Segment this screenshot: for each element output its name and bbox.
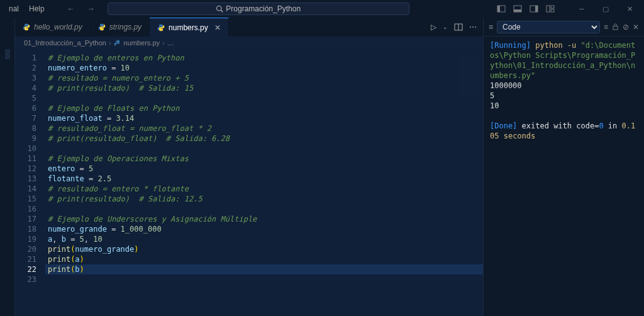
menu-bar: nal Help [0,2,53,16]
output-body[interactable]: [Running] python -u "d:\Documentos\Pytho… [484,37,644,316]
chevron-right-icon: › [109,39,111,47]
svg-rect-5 [514,9,521,12]
lock-icon[interactable] [612,23,619,30]
minimap[interactable] [458,53,480,97]
code-area[interactable]: # Ejemplo de enteros en Pythonnumero_ent… [45,49,483,316]
svg-rect-9 [551,6,554,8]
window-maximize-icon[interactable]: ▢ [596,5,615,13]
tab-bar: hello_world.pystrings.pynumbers.py✕ ▷ ⌄ … [15,18,483,37]
code-line[interactable]: print(a) [45,254,483,264]
layout-icons [497,4,560,13]
output-running-label: [Running] [490,41,531,50]
code-line[interactable]: # Ejemplo de Operaciones Mixtas [45,154,483,164]
menu-terminal[interactable]: nal [5,2,23,16]
code-line[interactable]: numero_entero = 10 [45,63,483,73]
svg-rect-8 [547,6,550,12]
svg-rect-13 [613,26,618,30]
code-line[interactable] [45,204,483,214]
titlebar-right: ─ ▢ ✕ [492,4,644,13]
code-line[interactable]: # resultado_float = numero_float * 2 [45,123,483,133]
panel-menu-icon[interactable]: ≡ [489,23,493,31]
svg-point-0 [217,6,222,11]
run-icon[interactable]: ▷ [431,23,436,31]
code-line[interactable]: numero_grande = 1_000_000 [45,224,483,234]
activity-item[interactable] [5,49,10,59]
search-text: Programación_Python [226,4,301,13]
editor-body[interactable]: 1234567891011121314151617181920212223 # … [15,49,483,316]
tab-strings-py[interactable]: strings.py [91,18,150,37]
code-line[interactable]: # resultado = entero * flotante [45,184,483,194]
code-line[interactable]: # Ejemplo de Floats en Python [45,103,483,113]
search-icon [216,5,223,13]
nav-forward-icon[interactable]: → [84,3,99,14]
clear-icon[interactable]: ⊘ [623,23,629,31]
breadcrumb-file[interactable]: numbers.py [124,39,160,47]
layout-sidebar-right-icon[interactable] [530,4,543,13]
output-done-label: [Done] [490,121,517,130]
title-bar: nal Help ← → Programación_Python ─ ▢ [0,0,644,18]
nav-arrows: ← → [64,3,99,14]
breadcrumb[interactable]: 01_Introducción_a_Python › numbers.py › … [15,37,483,49]
output-channel-select[interactable]: Code [497,21,600,33]
code-line[interactable]: # Ejemplo de Underscores y Asignación Mú… [45,214,483,224]
svg-rect-3 [497,6,500,12]
main-area: hello_world.pystrings.pynumbers.py✕ ▷ ⌄ … [0,18,644,316]
window-minimize-icon[interactable]: ─ [572,5,591,13]
activity-bar[interactable] [0,18,15,316]
line-gutter: 1234567891011121314151617181920212223 [15,49,45,316]
tab-hello_world-py[interactable]: hello_world.py [15,18,91,37]
output-done-text: exited with [517,121,576,130]
code-line[interactable]: # print(resultado_float) # Salida: 6.28 [45,133,483,144]
output-stdout-line: 5 [490,91,494,100]
code-line[interactable]: print(numero_grande) [45,244,483,254]
filter-icon[interactable]: ≡ [604,23,608,31]
output-done-text: in [604,121,622,130]
svg-line-1 [221,10,223,12]
output-done-text: seconds [499,132,535,140]
nav-back-icon[interactable]: ← [64,3,79,14]
output-done-code: 0 [599,121,603,130]
svg-rect-10 [551,9,554,12]
tab-close-icon[interactable]: ✕ [214,23,221,32]
tab-numbers-py[interactable]: numbers.py✕ [150,18,229,37]
tab-label: strings.py [109,23,142,31]
layout-customize-icon[interactable] [546,4,560,13]
svg-rect-7 [535,6,538,12]
panel-header: ≡ Code ≡ ⊘ ✕ [484,18,644,37]
split-editor-icon[interactable] [454,23,463,31]
tab-label: numbers.py [169,23,208,32]
editor-group: hello_world.pystrings.pynumbers.py✕ ▷ ⌄ … [15,18,484,316]
run-dropdown-icon[interactable]: ⌄ [443,24,448,30]
layout-panel-icon[interactable] [513,4,527,13]
breadcrumb-folder[interactable]: 01_Introducción_a_Python [24,39,106,47]
output-panel: ≡ Code ≡ ⊘ ✕ [Running] python -u "d:\Doc… [484,18,644,316]
code-line[interactable]: # resultado = numero_entero + 5 [45,73,483,83]
more-actions-icon[interactable]: ⋯ [469,23,477,31]
breadcrumb-more[interactable]: … [167,39,174,47]
code-line[interactable] [45,93,483,103]
window-close-icon[interactable]: ✕ [620,5,639,13]
code-line[interactable]: flotante = 2.5 [45,174,483,184]
chevron-right-icon: › [162,39,165,47]
output-done-code-label: code= [576,121,599,130]
code-line[interactable]: numero_float = 3.14 [45,113,483,123]
command-center[interactable]: Programación_Python [108,3,409,15]
code-line[interactable]: entero = 5 [45,164,483,174]
python-file-icon [114,39,121,47]
code-line[interactable]: a, b = 5, 10 [45,234,483,244]
output-stdout-line: 10 [490,101,499,110]
code-line[interactable] [45,274,483,285]
menu-help[interactable]: Help [25,2,48,16]
code-line[interactable]: # Ejemplo de enteros en Python [45,53,483,63]
layout-sidebar-left-icon[interactable] [497,4,511,13]
code-line[interactable] [45,144,483,154]
tab-label: hello_world.py [34,23,82,31]
code-line[interactable]: # print(resultado) # Salida: 12.5 [45,194,483,204]
panel-close-icon[interactable]: ✕ [633,23,639,31]
output-command: python -u [535,41,576,50]
code-line[interactable]: print(b) [45,264,483,274]
code-line[interactable]: # print(resultado) # Salida: 15 [45,83,483,93]
editor-actions: ▷ ⌄ ⋯ [425,18,483,37]
output-stdout-line: 1000000 [490,81,522,90]
